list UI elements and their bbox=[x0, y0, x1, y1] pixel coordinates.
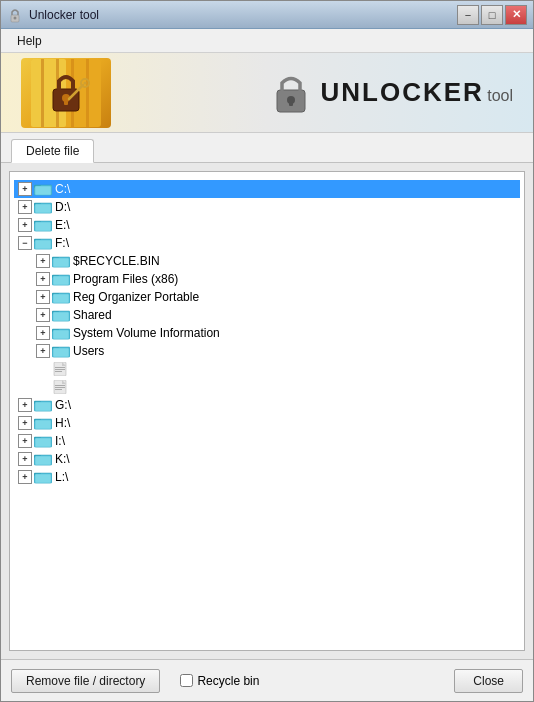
menu-help[interactable]: Help bbox=[9, 32, 50, 50]
expand-users[interactable]: + bbox=[36, 344, 50, 358]
svg-rect-7 bbox=[86, 59, 89, 127]
svg-point-13 bbox=[84, 81, 87, 84]
tree-item-k[interactable]: + K:\ bbox=[14, 450, 520, 468]
folder-icon-l bbox=[34, 470, 52, 484]
tree-label-h: H:\ bbox=[55, 416, 70, 430]
tree-item-sysvolinfo[interactable]: + System Volume Information bbox=[14, 324, 520, 342]
svg-rect-49 bbox=[55, 367, 65, 368]
recycle-bin-checkbox[interactable] bbox=[180, 674, 193, 687]
svg-rect-65 bbox=[35, 438, 51, 447]
folder-icon-users bbox=[52, 344, 70, 358]
expand-shared[interactable]: + bbox=[36, 308, 50, 322]
svg-rect-50 bbox=[55, 369, 65, 370]
window-controls: − □ ✕ bbox=[457, 5, 527, 25]
bottom-bar: Remove file / directory Recycle bin Clos… bbox=[1, 659, 533, 701]
tree-label-regorg: Reg Organizer Portable bbox=[73, 290, 199, 304]
menu-bar: Help bbox=[1, 29, 533, 53]
expand-i[interactable]: + bbox=[18, 434, 32, 448]
tree-label-recycle: $RECYCLE.BIN bbox=[73, 254, 160, 268]
folder-icon-d bbox=[34, 200, 52, 214]
brand-suffix: tool bbox=[487, 87, 513, 104]
folder-icon-g bbox=[34, 398, 52, 412]
expand-recycle[interactable]: + bbox=[36, 254, 50, 268]
folder-icon-h bbox=[34, 416, 52, 430]
svg-rect-34 bbox=[53, 276, 69, 285]
maximize-button[interactable]: □ bbox=[481, 5, 503, 25]
svg-rect-19 bbox=[35, 186, 51, 195]
tree-item-unknown2[interactable] bbox=[14, 378, 520, 396]
close-button[interactable]: Close bbox=[454, 669, 523, 693]
file-icon-1 bbox=[52, 362, 70, 376]
tree-label-progfiles: Program Files (x86) bbox=[73, 272, 178, 286]
tree-item-progfiles[interactable]: + Program Files (x86) bbox=[14, 270, 520, 288]
svg-rect-62 bbox=[35, 420, 51, 429]
expand-sysvolinfo[interactable]: + bbox=[36, 326, 50, 340]
expand-c[interactable]: + bbox=[18, 182, 32, 196]
brand-name: UNLOCKER bbox=[321, 77, 484, 107]
folder-icon-f bbox=[34, 236, 52, 250]
folder-icon-i bbox=[34, 434, 52, 448]
banner-logo-left bbox=[21, 58, 111, 128]
tree-item-i[interactable]: + I:\ bbox=[14, 432, 520, 450]
header-banner: UNLOCKER tool bbox=[1, 53, 533, 133]
tree-item-l[interactable]: + L:\ bbox=[14, 468, 520, 486]
tree-label-k: K:\ bbox=[55, 452, 70, 466]
svg-point-1 bbox=[14, 16, 17, 19]
tree-label-i: I:\ bbox=[55, 434, 65, 448]
svg-rect-59 bbox=[35, 402, 51, 411]
tree-item-c[interactable]: + C:\ bbox=[14, 180, 520, 198]
svg-rect-51 bbox=[55, 371, 62, 372]
svg-rect-37 bbox=[53, 294, 69, 303]
svg-rect-4 bbox=[41, 59, 44, 127]
expand-e[interactable]: + bbox=[18, 218, 32, 232]
tree-label-l: L:\ bbox=[55, 470, 68, 484]
expand-l[interactable]: + bbox=[18, 470, 32, 484]
tree-item-e[interactable]: + E:\ bbox=[14, 216, 520, 234]
svg-rect-22 bbox=[35, 204, 51, 213]
svg-rect-56 bbox=[55, 389, 62, 390]
expand-k[interactable]: + bbox=[18, 452, 32, 466]
expand-regorg[interactable]: + bbox=[36, 290, 50, 304]
svg-rect-40 bbox=[53, 312, 69, 321]
expand-d[interactable]: + bbox=[18, 200, 32, 214]
banner-logo-right: UNLOCKER tool bbox=[271, 68, 513, 118]
tab-delete-file[interactable]: Delete file bbox=[11, 139, 94, 163]
main-window: Unlocker tool − □ ✕ Help bbox=[0, 0, 534, 702]
tree-item-users[interactable]: + Users bbox=[14, 342, 520, 360]
expand-f[interactable]: − bbox=[18, 236, 32, 250]
tree-label-c: C:\ bbox=[55, 182, 70, 196]
remove-file-button[interactable]: Remove file / directory bbox=[11, 669, 160, 693]
file-icon-2 bbox=[52, 380, 70, 394]
tree-item-unknown1[interactable] bbox=[14, 360, 520, 378]
tree-item-h[interactable]: + H:\ bbox=[14, 414, 520, 432]
tree-item-recycle[interactable]: + $RECYCLE.BIN bbox=[14, 252, 520, 270]
close-window-button[interactable]: ✕ bbox=[505, 5, 527, 25]
svg-rect-31 bbox=[53, 258, 69, 267]
tree-item-regorg[interactable]: + Reg Organizer Portable bbox=[14, 288, 520, 306]
tree-item-g[interactable]: + G:\ bbox=[14, 396, 520, 414]
folder-icon-recycle bbox=[52, 254, 70, 268]
window-title: Unlocker tool bbox=[29, 8, 457, 22]
folder-icon-shared bbox=[52, 308, 70, 322]
tree-item-shared[interactable]: + Shared bbox=[14, 306, 520, 324]
folder-icon-sysvolinfo bbox=[52, 326, 70, 340]
svg-rect-46 bbox=[53, 348, 69, 357]
svg-rect-28 bbox=[35, 240, 51, 249]
tree-item-d[interactable]: + D:\ bbox=[14, 198, 520, 216]
svg-rect-71 bbox=[35, 474, 51, 483]
minimize-button[interactable]: − bbox=[457, 5, 479, 25]
tree-label-users: Users bbox=[73, 344, 104, 358]
folder-icon-regorg bbox=[52, 290, 70, 304]
folder-icon-e bbox=[34, 218, 52, 232]
tree-item-f[interactable]: − F:\ bbox=[14, 234, 520, 252]
recycle-bin-option: Recycle bin bbox=[180, 674, 259, 688]
expand-h[interactable]: + bbox=[18, 416, 32, 430]
file-tree[interactable]: + C:\ + D:\ + E:\ bbox=[9, 171, 525, 651]
tree-label-f: F:\ bbox=[55, 236, 69, 250]
folder-icon-progfiles bbox=[52, 272, 70, 286]
svg-rect-55 bbox=[55, 387, 65, 388]
tree-label-sysvolinfo: System Volume Information bbox=[73, 326, 220, 340]
expand-g[interactable]: + bbox=[18, 398, 32, 412]
svg-rect-54 bbox=[55, 385, 65, 386]
expand-progfiles[interactable]: + bbox=[36, 272, 50, 286]
